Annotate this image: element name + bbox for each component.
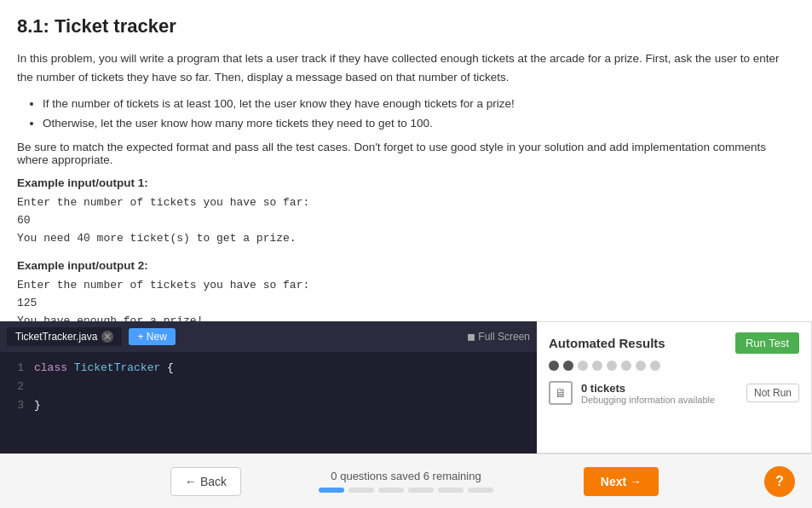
- test-dots: [549, 361, 799, 371]
- code-line-3: }: [34, 396, 174, 415]
- tab-close-icon[interactable]: ✕: [101, 331, 113, 343]
- progress-text: 0 questions saved 6 remaining: [331, 470, 481, 482]
- dot-1: [549, 361, 559, 371]
- editor-code-area[interactable]: class TicketTracker { }: [34, 359, 174, 447]
- dot-4: [592, 361, 602, 371]
- code-line-1: class TicketTracker {: [34, 359, 174, 378]
- bottom-area: TicketTracker.java ✕ + New ◼ Full Screen…: [0, 321, 812, 453]
- line-num-2: 2: [10, 378, 24, 396]
- tab-filename: TicketTracker.java: [15, 331, 97, 343]
- editor-panel: TicketTracker.java ✕ + New ◼ Full Screen…: [0, 321, 537, 453]
- test-subtitle: Debugging information available: [581, 395, 738, 405]
- progress-dot-2: [348, 488, 374, 493]
- progress-dot-6: [468, 488, 493, 493]
- editor-tab-active[interactable]: TicketTracker.java ✕: [7, 327, 122, 346]
- dot-5: [607, 361, 617, 371]
- run-test-button[interactable]: Run Test: [735, 332, 799, 354]
- page-wrapper: 8.1: Ticket tracker In this problem, you…: [0, 0, 812, 508]
- dot-2: [563, 361, 573, 371]
- line-num-3: 3: [10, 396, 24, 415]
- example2-label: Example input/output 2:: [17, 259, 795, 272]
- dot-3: [578, 361, 588, 371]
- style-note: Be sure to match the expected format and…: [17, 141, 795, 166]
- line-num-1: 1: [10, 359, 24, 378]
- back-button[interactable]: ← Back: [170, 467, 241, 496]
- code-line-2: [34, 378, 174, 396]
- bullet-item-2: Otherwise, let the user know how many mo…: [43, 114, 795, 134]
- main-content: 8.1: Ticket tracker In this problem, you…: [0, 0, 812, 321]
- editor-tabs: TicketTracker.java ✕ + New ◼ Full Screen: [0, 321, 537, 352]
- progress-dot-5: [438, 488, 464, 493]
- help-button[interactable]: ?: [764, 466, 795, 497]
- progress-dot-1: [319, 488, 344, 493]
- progress-dots: [319, 488, 493, 493]
- fullscreen-button[interactable]: ◼ Full Screen: [467, 331, 530, 343]
- bullet-list: If the number of tickets is at least 100…: [43, 95, 795, 134]
- test-title: 0 tickets: [581, 382, 738, 395]
- progress-dot-3: [378, 488, 404, 493]
- line-numbers: 1 2 3: [10, 359, 24, 447]
- results-title: Automated Results: [549, 336, 665, 350]
- dot-6: [621, 361, 631, 371]
- results-header: Automated Results Run Test: [549, 332, 799, 354]
- page-title: 8.1: Ticket tracker: [17, 15, 795, 38]
- editor-body: 1 2 3 class TicketTracker { }: [0, 352, 537, 453]
- next-button[interactable]: Next →: [584, 467, 659, 496]
- dot-8: [650, 361, 660, 371]
- test-icon: 🖥: [549, 381, 573, 405]
- dot-7: [636, 361, 646, 371]
- not-run-badge: Not Run: [746, 384, 799, 402]
- progress-dot-4: [408, 488, 434, 493]
- example1-label: Example input/output 1:: [17, 176, 795, 189]
- description: In this problem, you will write a progra…: [17, 49, 795, 86]
- example1-code: Enter the number of tickets you have so …: [17, 194, 795, 247]
- new-tab-button[interactable]: + New: [129, 328, 175, 345]
- results-panel: Automated Results Run Test 🖥 0 tickets D…: [537, 321, 812, 453]
- test-info: 0 tickets Debugging information availabl…: [581, 382, 738, 405]
- progress-info: 0 questions saved 6 remaining: [319, 470, 493, 493]
- example2-code: Enter the number of tickets you have so …: [17, 277, 795, 321]
- test-row: 🖥 0 tickets Debugging information availa…: [549, 381, 799, 405]
- footer-nav: ← Back 0 questions saved 6 remaining Nex…: [0, 453, 812, 508]
- bullet-item-1: If the number of tickets is at least 100…: [43, 95, 795, 114]
